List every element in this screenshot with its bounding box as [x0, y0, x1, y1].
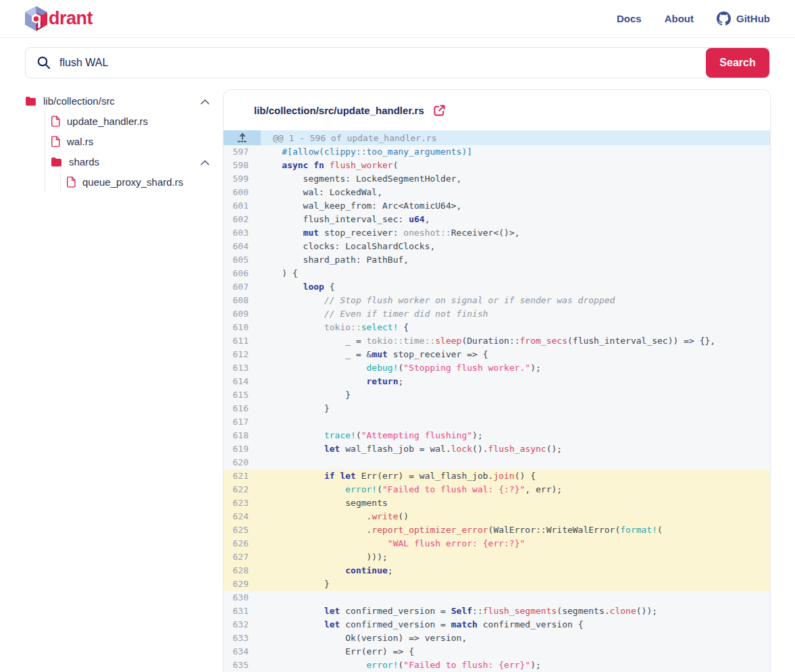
nav-link-github[interactable]: GitHub: [717, 11, 770, 26]
tree-item-wal-rs[interactable]: wal.rs: [51, 131, 223, 151]
code-text: [261, 456, 770, 469]
code-text: wal: LockedWal,: [261, 186, 770, 199]
search-input[interactable]: [25, 47, 770, 78]
line-number: 631: [224, 604, 261, 618]
code-line-632: 632 let confirmed_version = match confir…: [224, 618, 770, 631]
collapse-toggle[interactable]: [201, 95, 209, 107]
code-text: _ = &mut stop_receiver => {: [261, 348, 770, 361]
code-line-628: 628 continue;: [224, 564, 770, 577]
code-line-608: 608 // Stop flush worker on signal or if…: [224, 294, 770, 307]
code-line-634: 634 Err(err) => {: [224, 645, 770, 658]
code-line-626: 626 "WAL flush error: {err:?}": [224, 537, 770, 550]
code-line-614: 614 return;: [224, 375, 770, 388]
code-text: // Stop flush worker on signal or if sen…: [261, 294, 770, 307]
code-line-613: 613 debug!("Stopping flush worker.");: [224, 361, 770, 375]
code-line-622: 622 error!("Failed to flush wal: {:?}", …: [224, 483, 770, 496]
code-text: return;: [261, 375, 770, 388]
search-icon: [36, 55, 52, 71]
tree-item-label: wal.rs: [67, 136, 209, 147]
code-text: [261, 591, 770, 604]
collapse-toggle[interactable]: [201, 156, 209, 167]
code-line-621: 621 if let Err(err) = wal_flash_job.join…: [224, 469, 770, 483]
nav-link-about[interactable]: About: [665, 13, 694, 24]
code-line-607: 607 loop {: [224, 280, 770, 294]
code-text: .report_optimizer_error(WalError::WriteW…: [261, 523, 770, 537]
line-number: 614: [224, 375, 261, 388]
code-text: clocks: LocalShardClocks,: [261, 240, 770, 253]
code-text: let confirmed_version = Self::flush_segm…: [261, 604, 770, 618]
code-text: wal_keep_from: Arc<AtomicU64>,: [261, 199, 770, 213]
code-text: trace!("Attempting flushing");: [261, 429, 770, 442]
line-number: 610: [224, 321, 261, 334]
line-number: 601: [224, 199, 261, 213]
code-text: let confirmed_version = match confirmed_…: [261, 618, 770, 631]
top-nav: drant Docs About GitHub: [0, 0, 795, 38]
line-number: 600: [224, 186, 261, 199]
code-line-630: 630: [224, 591, 770, 604]
line-number: 624: [224, 510, 261, 523]
code-line-623: 623 segments: [224, 496, 770, 510]
code-text: #[allow(clippy::too_many_arguments)]: [261, 145, 770, 159]
tree-item-queue-proxy-shard-rs[interactable]: queue_proxy_shard.rs: [66, 172, 223, 192]
nav-link-docs[interactable]: Docs: [617, 13, 642, 24]
line-number: 599: [224, 172, 261, 186]
search-button[interactable]: Search: [706, 48, 769, 78]
tree-item-lib-collection-src[interactable]: lib/collection/src: [25, 91, 223, 111]
code-line-631: 631 let confirmed_version = Self::flush_…: [224, 604, 770, 618]
line-number: 621: [224, 469, 261, 483]
tree-item-update-handler-rs[interactable]: update_handler.rs: [51, 111, 223, 131]
code-text: [261, 415, 770, 429]
code-text: async fn flush_worker(: [261, 159, 770, 172]
code-text: Ok(version) => version,: [261, 631, 770, 645]
line-number: 607: [224, 280, 261, 294]
qdrant-logo[interactable]: drant: [25, 6, 93, 31]
tree-item-shards[interactable]: shards: [51, 151, 223, 172]
nav-links: Docs About GitHub: [617, 11, 770, 26]
line-number: 635: [224, 658, 261, 672]
code-line-629: 629 }: [224, 577, 770, 591]
line-number: 598: [224, 159, 261, 172]
line-number: 609: [224, 307, 261, 321]
code-text: // Even if timer did not finish: [261, 307, 770, 321]
line-number: 628: [224, 564, 261, 577]
line-number: 629: [224, 577, 261, 591]
code-text: )));: [261, 550, 770, 564]
code-text: let wal_flash_job = wal.lock().flush_asy…: [261, 442, 770, 456]
line-number: 613: [224, 361, 261, 375]
line-number: 612: [224, 348, 261, 361]
code-line-599: 599 segments: LockedSegmentHolder,: [224, 172, 770, 186]
line-number: 622: [224, 483, 261, 496]
external-link-icon[interactable]: [433, 104, 446, 117]
code-text: tokio::select! {: [261, 321, 770, 334]
code-line-616: 616 }: [224, 402, 770, 415]
code-line-633: 633 Ok(version) => version,: [224, 631, 770, 645]
code-text: "WAL flush error: {err:?}": [261, 537, 770, 550]
file-icon: [51, 136, 60, 147]
chevron-up-icon: [201, 99, 209, 105]
code-line-600: 600 wal: LockedWal,: [224, 186, 770, 199]
expand-code-button[interactable]: [224, 130, 261, 145]
file-icon: [51, 115, 60, 127]
code-text: }: [261, 402, 770, 415]
line-number: 620: [224, 456, 261, 469]
github-label: GitHub: [736, 13, 770, 24]
search-bar: Search: [25, 47, 770, 78]
file-icon: [66, 176, 76, 188]
line-number: 616: [224, 402, 261, 415]
code-viewer-header: lib/collection/src/update_handler.rs: [224, 90, 770, 130]
code-text: .write(): [261, 510, 770, 523]
line-number: 615: [224, 388, 261, 402]
code-text: error!("Failed to flush: {err}");: [261, 658, 770, 672]
line-number: 625: [224, 523, 261, 537]
line-number: 619: [224, 442, 261, 456]
code-text: error!("Failed to flush wal: {:?}", err)…: [261, 483, 770, 496]
code-line-620: 620: [224, 456, 770, 469]
code-text: }: [261, 388, 770, 402]
code-text: Err(err) => {: [261, 645, 770, 658]
file-path-title: lib/collection/src/update_handler.rs: [254, 105, 424, 116]
code-line-597: 597 #[allow(clippy::too_many_arguments)]: [224, 145, 770, 159]
code-text: loop {: [261, 280, 770, 294]
tree-item-label: update_handler.rs: [67, 115, 209, 127]
line-number: 605: [224, 253, 261, 267]
line-number: 623: [224, 496, 261, 510]
